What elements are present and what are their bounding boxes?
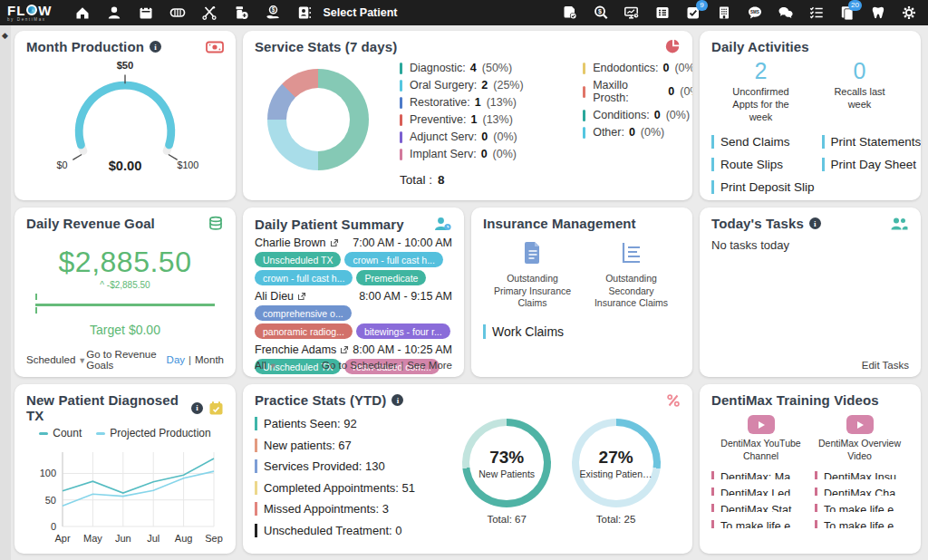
training-video-link[interactable]: To make life eas... — [711, 520, 806, 528]
activity-link[interactable]: Print Day Sheet — [822, 158, 921, 171]
card-training-videos: DentiMax Training Videos DentiMax YouTub… — [700, 384, 921, 554]
service-legend-item: Preventive:1(13%) — [400, 113, 583, 126]
card-practice-stats: Practice Stats (YTD) i Patients Seen: 92… — [243, 384, 692, 554]
work-claims-link[interactable]: Work Claims — [483, 324, 681, 339]
day-month-toggle: Day|Month — [167, 354, 224, 365]
line-chart-legend: CountProjected Production — [26, 427, 224, 439]
info-icon[interactable]: i — [150, 41, 161, 53]
patient-row: Charlie Brown7:00 AM - 10:00 AMUnschedul… — [255, 237, 452, 285]
patient-name[interactable]: Charlie Brown — [255, 237, 326, 249]
settings-icon[interactable] — [901, 5, 917, 21]
procedure-pill[interactable]: crown - full cast h... — [255, 270, 353, 285]
reports-list-icon[interactable] — [654, 5, 671, 21]
training-video-link[interactable]: To make life eas... — [815, 504, 909, 512]
donut-label: New Patients — [470, 468, 543, 479]
activity-stat-value: 0 — [810, 58, 909, 84]
service-stats-donut — [267, 69, 369, 170]
activity-link[interactable]: Print Deposit Slip — [711, 180, 815, 194]
info-icon[interactable]: i — [191, 402, 203, 414]
training-video-link[interactable]: DentiMax State... — [711, 504, 806, 512]
external-link-icon[interactable] — [297, 292, 306, 301]
sms-icon[interactable]: SMS — [747, 5, 763, 21]
procedure-pill[interactable]: bitewings - four r... — [356, 323, 450, 339]
outstanding-secondary-claims-button[interactable]: Outstanding Secondary Insurance Claims — [582, 240, 681, 310]
see-more-link[interactable]: See More — [407, 360, 452, 371]
procedure-pill[interactable]: crown - full cast h... — [344, 252, 442, 267]
gauge-mid-label: $50 — [117, 60, 134, 71]
video-channel-button[interactable]: DentiMax YouTube Channel — [711, 415, 810, 462]
info-icon[interactable]: i — [392, 394, 403, 406]
procedure-pill[interactable]: Unscheduled TX — [255, 252, 341, 267]
insurance-management-title: Insurance Management — [483, 216, 636, 231]
patient-name[interactable]: Frenchie Adams — [255, 343, 336, 356]
training-video-link[interactable]: DentiMax Insura... — [815, 471, 909, 479]
video-channel-button[interactable]: DentiMax Overview Video — [810, 415, 909, 462]
procedure-pill[interactable]: panoramic radiog... — [255, 323, 353, 339]
revenue-filter-dropdown[interactable]: Scheduled▼ — [26, 354, 86, 365]
appointment-time: 8:00 AM - 10:25 AM — [353, 343, 452, 356]
revenue-amount: $2,885.50 — [26, 246, 224, 279]
top-navbar: FLW by DentiMax $ Select Patient $9SMS20 — [0, 0, 928, 25]
payments-icon[interactable]: $ — [265, 5, 281, 21]
activity-link[interactable]: Send Claims — [711, 135, 815, 149]
procedure-pill[interactable]: comprehensive o... — [255, 305, 352, 321]
calendar-check-icon[interactable] — [208, 401, 224, 416]
svg-text:SMS: SMS — [750, 10, 759, 14]
tooth-icon[interactable] — [870, 5, 886, 21]
pharmacy-icon[interactable] — [233, 5, 249, 21]
tasks-icon[interactable]: 9 — [685, 5, 701, 21]
imaging-icon[interactable] — [624, 5, 640, 21]
schedule-icon[interactable] — [138, 5, 154, 21]
activity-link[interactable]: Print Statements — [822, 135, 921, 149]
training-video-link[interactable]: DentiMax Ledge... — [711, 488, 806, 496]
activity-link[interactable]: Route Slips — [711, 158, 815, 171]
practice-stat-item: Patients Seen: 92 — [255, 417, 442, 430]
patient-filter-dropdown[interactable]: All▼ — [255, 360, 277, 371]
procedure-pill[interactable]: Premedicate — [356, 270, 426, 285]
patient-icon[interactable] — [106, 5, 122, 21]
go-to-revenue-goals-link[interactable]: Go to Revenue Goals — [86, 349, 166, 371]
coins-icon[interactable] — [208, 216, 224, 231]
training-video-links: DentiMax: Maki...DentiMax Insura...Denti… — [711, 471, 909, 536]
edit-tasks-link[interactable]: Edit Tasks — [862, 360, 909, 371]
service-total-value: 8 — [438, 173, 445, 187]
legend-value: 0 — [662, 62, 669, 74]
patient-select-icon[interactable] — [296, 5, 313, 21]
card-todays-tasks: Today's Tasks i No tasks today Edit Task… — [700, 208, 921, 377]
svg-text:Jun: Jun — [114, 533, 130, 544]
service-stats-title: Service Stats (7 days) — [255, 39, 397, 54]
office-icon[interactable] — [716, 5, 732, 21]
percent-icon[interactable] — [666, 393, 681, 408]
chat-icon[interactable] — [778, 5, 794, 21]
training-video-link[interactable]: DentiMax Charti... — [815, 488, 909, 496]
go-to-scheduler-link[interactable]: Go to Scheduler — [322, 360, 397, 371]
people-icon[interactable] — [890, 217, 909, 231]
collapse-handle-icon[interactable]: ◆ — [2, 31, 8, 40]
patient-name[interactable]: Ali Dieu — [255, 290, 294, 303]
patient-clock-icon[interactable] — [433, 216, 452, 232]
documents-icon[interactable]: 20 — [839, 5, 856, 21]
legend-label: Oral Surgery: — [410, 79, 477, 92]
month-toggle[interactable]: Month — [195, 354, 224, 365]
training-video-link[interactable]: To make life eas... — [815, 520, 909, 528]
external-link-icon[interactable] — [330, 238, 339, 247]
donut-total: Total: 25 — [572, 514, 661, 525]
money-icon[interactable] — [206, 40, 224, 54]
legend-label: Endodontics: — [593, 62, 658, 74]
day-toggle[interactable]: Day — [167, 354, 185, 365]
claims-icon[interactable] — [562, 5, 578, 21]
info-icon[interactable]: i — [809, 217, 821, 229]
training-video-link[interactable]: DentiMax: Maki... — [711, 471, 806, 479]
outstanding-primary-claims-button[interactable]: Outstanding Primary Insurance Claims — [483, 240, 582, 310]
external-link-icon[interactable] — [340, 345, 349, 354]
app-logo[interactable]: FLW by DentiMax — [7, 4, 53, 23]
financial-search-icon[interactable]: $ — [593, 5, 609, 21]
pie-chart-icon[interactable] — [665, 39, 681, 54]
home-icon[interactable] — [74, 5, 91, 21]
dental-chart-icon[interactable] — [169, 5, 186, 21]
clinical-icon[interactable] — [201, 5, 218, 21]
practice-stat-item: Completed Appointments: 51 — [255, 481, 442, 495]
month-production-title: Month Production — [26, 39, 144, 54]
select-patient-label[interactable]: Select Patient — [324, 6, 398, 19]
checklist-icon[interactable] — [808, 5, 825, 21]
